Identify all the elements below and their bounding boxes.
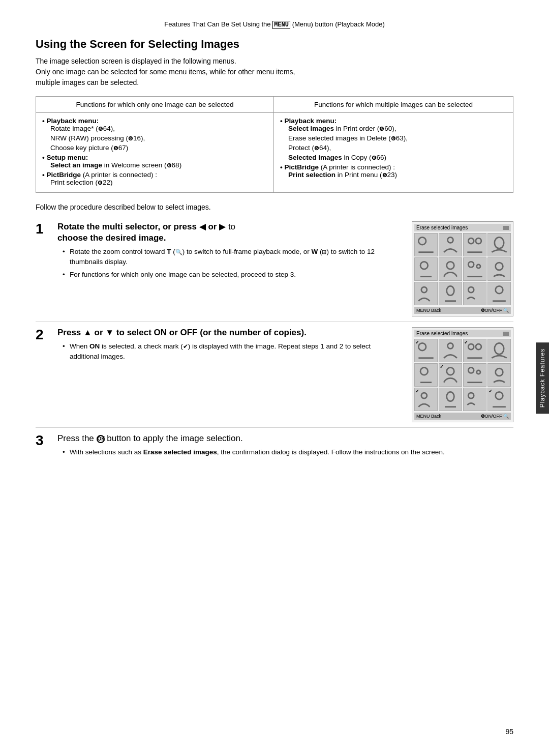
thumb-1-8 (487, 257, 511, 281)
pictbridge-subitems2: Print selection in Print menu (❻23) (288, 171, 507, 179)
subitem-selected-images: Selected images in Copy (❻66) (288, 154, 507, 161)
step2-title: Press ▲ or ▼ to select ON or OFF (or the… (57, 327, 402, 338)
thumb-1-3 (463, 233, 486, 256)
pictbridge-label2: PictBridge (284, 163, 319, 171)
step3-number: 3 (36, 433, 53, 449)
screen-title-bar-1: Erase selected images (414, 224, 511, 231)
step-2: 2 Press ▲ or ▼ to select ON or OFF (or t… (36, 327, 513, 428)
intro-line1: The image selection screen is displayed … (36, 56, 513, 67)
screen-back-label-2: MENU Back (416, 414, 441, 419)
step2-bullet1: When ON is selected, a check mark (✔) is… (63, 341, 402, 362)
steps-container: 1 Rotate the multi selector, or press ◀ … (36, 221, 513, 470)
page-title: Using the Screen for Selecting Images (36, 38, 513, 51)
step2-content: Press ▲ or ▼ to select ON or OFF (or the… (57, 327, 402, 364)
sidebar-tab: Playback Features (536, 342, 549, 414)
svg-point-23 (476, 344, 481, 350)
thumb-2-2 (439, 339, 462, 362)
svg-point-11 (477, 265, 480, 268)
step3-title: Press the OK button to apply the image s… (57, 433, 513, 444)
svg-point-14 (421, 287, 427, 293)
thumb-2-11 (463, 388, 486, 411)
thumb-2-6 (439, 363, 462, 387)
screen-onoff-label-1: ❻ON/OFF 🔍 (481, 308, 509, 313)
screen-mockup-2: Erase selected images (412, 327, 513, 422)
thumb-1-5 (414, 257, 438, 281)
thumb-1-12 (487, 282, 511, 305)
col1-item-setup: Setup menu: Select an image in Welcome s… (42, 154, 267, 169)
playback-subitems: Rotate image* (❻64), NRW (RAW) processin… (50, 125, 267, 152)
subitem-select-image: Select an image in Welcome screen (❻68) (50, 161, 267, 169)
svg-point-25 (495, 343, 504, 354)
svg-point-7 (420, 261, 428, 269)
thumbnail-grid-2 (414, 339, 511, 411)
thumb-1-10 (439, 282, 462, 305)
pictbridge-desc1: (A printer is connected) : (81, 171, 157, 179)
playback-menu-label: Playback menu: (46, 117, 99, 125)
svg-point-4 (476, 238, 481, 244)
svg-point-37 (496, 392, 503, 399)
menu-keyword: MENU (272, 21, 290, 29)
subitem-rotate: Rotate image* (❻64), (50, 125, 267, 132)
ok-symbol: OK (97, 435, 105, 443)
svg-point-6 (495, 237, 504, 248)
subitem-print-sel2: Print selection in Print menu (❻23) (288, 171, 507, 179)
step3-bullets: With selections such as Erase selected i… (63, 447, 513, 457)
col2-list: Playback menu: Select images in Print or… (280, 117, 507, 179)
step1-number: 1 (36, 221, 53, 237)
thumb-1-1 (414, 233, 438, 256)
svg-point-30 (477, 370, 480, 374)
svg-point-13 (496, 263, 503, 270)
thumb-1-4 (487, 233, 511, 256)
svg-point-18 (496, 286, 503, 294)
svg-point-22 (468, 344, 474, 350)
svg-point-32 (496, 368, 503, 376)
header-text-after: (Menu) button (Playback Mode) (292, 20, 385, 28)
svg-point-26 (420, 367, 428, 375)
thumb-1-7 (463, 257, 486, 281)
thumb-2-3 (463, 339, 486, 362)
step1-content: Rotate the multi selector, or press ◀ or… (57, 221, 402, 282)
svg-point-36 (468, 393, 474, 398)
step2-number: 2 (36, 327, 53, 343)
screen-icon-1 (503, 226, 509, 230)
thumb-1-2 (439, 233, 462, 256)
col1-item-playback: Playback menu: Rotate image* (❻64), NRW … (42, 117, 267, 152)
thumb-2-9 (414, 388, 438, 411)
thumb-2-12 (487, 388, 511, 411)
svg-point-19 (418, 343, 426, 351)
step2-bullets: When ON is selected, a check mark (✔) is… (63, 341, 402, 362)
screen-icon-2 (503, 332, 509, 336)
screen-onoff-label-2: ❻ON/OFF 🔍 (481, 414, 509, 419)
svg-point-17 (468, 287, 474, 293)
intro-section: The image selection screen is displayed … (36, 56, 513, 88)
page: Features That Can Be Set Using the MENU … (0, 0, 549, 500)
page-header: Features That Can Be Set Using the MENU … (36, 20, 513, 28)
svg-point-21 (448, 343, 453, 348)
playback-subitems2: Select images in Print order (❻60), Eras… (288, 125, 507, 161)
pictbridge-subitems1: Print selection (❻22) (50, 179, 267, 186)
thumb-1-11 (463, 282, 486, 305)
step3-content: Press the OK button to apply the image s… (57, 433, 513, 459)
thumbnail-grid-1 (414, 233, 511, 305)
features-table: Functions for which only one image can b… (36, 96, 513, 193)
col1-list: Playback menu: Rotate image* (❻64), NRW … (42, 117, 267, 186)
follow-text: Follow the procedure described below to … (36, 203, 513, 211)
subitem-select-images: Select images in Print order (❻60), (288, 125, 507, 132)
table-col2-content: Playback menu: Select images in Print or… (273, 113, 513, 193)
screen-title-text-1: Erase selected images (416, 225, 468, 230)
table-col2-header: Functions for which multiple images can … (273, 97, 513, 113)
thumb-2-4 (487, 339, 511, 362)
step-1: 1 Rotate the multi selector, or press ◀ … (36, 221, 513, 322)
thumb-2-5 (414, 363, 438, 387)
screen-bottom-bar-1: MENU Back ❻ON/OFF 🔍 (414, 307, 511, 314)
svg-point-34 (447, 392, 454, 401)
intro-line3: multiple images can be selected. (36, 77, 513, 88)
svg-point-29 (468, 367, 474, 373)
svg-point-3 (468, 238, 474, 244)
subitem-erase-sel: Erase selected images in Delete (❻63), (288, 134, 507, 142)
col1-item-pictbridge: PictBridge (A printer is connected) : Pr… (42, 171, 267, 186)
pictbridge-desc2: (A printer is connected) : (319, 163, 395, 171)
svg-point-15 (447, 286, 454, 295)
step1-bullet2: For functions for which only one image c… (63, 270, 402, 280)
screen-bottom-bar-2: MENU Back ❻ON/OFF 🔍 (414, 413, 511, 420)
